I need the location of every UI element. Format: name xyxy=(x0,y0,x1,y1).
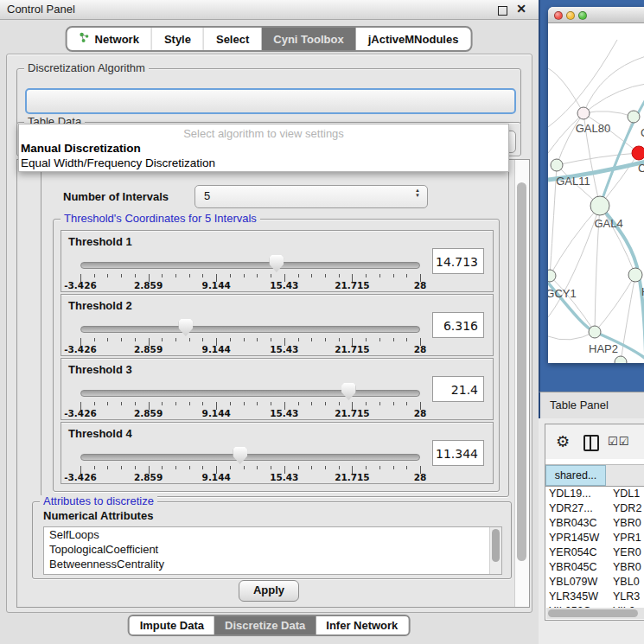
node-label: GAL11 xyxy=(556,175,590,188)
table-cell[interactable]: YER054C xyxy=(545,545,606,560)
table-row[interactable]: YBR045CYBR0 xyxy=(545,560,644,575)
network-node[interactable] xyxy=(632,146,644,160)
scrollbar-thumb[interactable] xyxy=(492,529,500,562)
algorithm-combobox[interactable] xyxy=(25,88,516,114)
column-header-shared[interactable]: shared... xyxy=(545,465,606,486)
tick-mark xyxy=(325,338,326,341)
network-node[interactable] xyxy=(548,270,556,282)
node-label: GAL80 xyxy=(576,122,610,135)
tick-mark xyxy=(379,466,380,469)
tick-mark xyxy=(121,338,122,341)
table-cell[interactable]: YDR2 xyxy=(606,501,644,516)
dropdown-option-manual[interactable]: Manual Discretization xyxy=(21,141,507,156)
threshold-slider[interactable]: -3.4262.8599.14415.4321.71528 xyxy=(80,252,420,290)
tick-mark xyxy=(244,402,245,405)
gear-icon[interactable]: ⚙ xyxy=(556,432,570,451)
scrollbar-thumb[interactable] xyxy=(548,609,638,617)
column-header-name[interactable]: n xyxy=(606,465,644,486)
tab-select[interactable]: Select xyxy=(203,28,261,50)
attribute-list-item[interactable]: TopologicalCoefficient xyxy=(44,542,501,557)
number-of-intervals-combobox[interactable]: 5 ▲▼ xyxy=(194,185,428,208)
slider-track[interactable] xyxy=(80,326,420,333)
tab-impute-data[interactable]: Impute Data xyxy=(130,616,214,634)
table-row[interactable]: YBR043CYBR0 xyxy=(545,516,644,531)
slider-thumb[interactable] xyxy=(341,383,356,400)
tab-style[interactable]: Style xyxy=(151,28,203,50)
slider-track[interactable] xyxy=(80,390,420,397)
list-scrollbar[interactable] xyxy=(489,527,501,574)
tab-jactivemnodules[interactable]: jActiveMNodules xyxy=(356,28,471,50)
network-node[interactable] xyxy=(589,326,601,338)
tick-mark xyxy=(175,402,176,405)
threshold-panel: Threshold 4 -3.4262.8599.14415.4321.7152… xyxy=(61,422,494,484)
tick-mark xyxy=(230,274,231,277)
float-window-icon[interactable] xyxy=(498,6,507,16)
table-cell[interactable]: YBR0 xyxy=(606,516,644,531)
network-node[interactable] xyxy=(551,159,563,171)
table-row[interactable]: YBL079WYBL0 xyxy=(545,575,644,590)
table-cell[interactable]: YER0 xyxy=(606,545,644,560)
minimize-traffic-light[interactable] xyxy=(566,11,575,20)
table-cell[interactable]: YDL19... xyxy=(545,487,606,501)
network-node[interactable] xyxy=(590,196,609,215)
tab-network[interactable]: Network xyxy=(67,28,151,50)
table-row[interactable]: YDL19...YDL1 xyxy=(545,487,644,501)
table-row[interactable]: YDR27...YDR2 xyxy=(545,501,644,516)
table-row[interactable]: YPR145WYPR1 xyxy=(545,531,644,545)
table-cell[interactable]: YDL1 xyxy=(606,487,644,501)
table-cell[interactable]: YBL0 xyxy=(606,575,644,590)
table-cell[interactable]: YBR0 xyxy=(606,560,644,575)
threshold-slider[interactable]: -3.4262.8599.14415.4321.71528 xyxy=(80,379,420,418)
slider-track[interactable] xyxy=(80,262,420,269)
table-cell[interactable]: YLR345W xyxy=(545,590,606,604)
checkbox-icons[interactable]: ☑☑ xyxy=(608,435,629,448)
close-traffic-light[interactable] xyxy=(554,11,563,20)
network-node[interactable] xyxy=(628,111,640,123)
tab-discretize-data[interactable]: Discretize Data xyxy=(214,616,316,634)
slider-thumb[interactable] xyxy=(233,447,247,464)
dropdown-option-equal-width[interactable]: Equal Width/Frequency Discretization xyxy=(21,156,507,170)
table-row[interactable]: YLR345WYLR3 xyxy=(545,590,644,604)
tick-mark xyxy=(393,466,394,469)
tab-infer-network[interactable]: Infer Network xyxy=(316,616,408,634)
interval-definition-group: Interval Definition Number of Intervals … xyxy=(41,169,509,497)
table-cell[interactable]: YBR045C xyxy=(545,560,606,575)
slider-thumb[interactable] xyxy=(269,255,284,272)
panel-scrollbar[interactable] xyxy=(514,160,529,607)
tick-label: 15.43 xyxy=(270,472,298,482)
threshold-value-field[interactable]: 6.316 xyxy=(432,312,484,338)
table-row[interactable]: YER054CYER0 xyxy=(545,545,644,560)
tab-label: Select xyxy=(216,33,249,46)
slider-thumb[interactable] xyxy=(178,319,193,336)
network-canvas[interactable]: GAL80GCGAL11GAL4GCY1HHAP2 xyxy=(548,23,644,363)
network-node[interactable] xyxy=(577,107,590,119)
tick-mark xyxy=(366,338,367,341)
threshold-slider[interactable]: -3.4262.8599.14415.4321.71528 xyxy=(80,443,420,481)
table-horizontal-scrollbar[interactable] xyxy=(546,608,644,619)
network-node[interactable] xyxy=(628,268,642,282)
attribute-list-item[interactable]: BetweennessCentrality xyxy=(44,557,501,571)
close-icon[interactable]: ✕ xyxy=(516,3,526,14)
zoom-traffic-light[interactable] xyxy=(578,11,587,20)
scrollbar-thumb[interactable] xyxy=(517,182,526,561)
threshold-value-field[interactable]: 14.713 xyxy=(432,248,484,274)
table-cell[interactable]: YPR145W xyxy=(545,531,606,545)
tick-mark xyxy=(366,466,367,469)
threshold-slider[interactable]: -3.4262.8599.14415.4321.71528 xyxy=(80,316,420,354)
network-node[interactable] xyxy=(615,356,627,363)
slider-track[interactable] xyxy=(80,454,420,461)
threshold-value-field[interactable]: 11.344 xyxy=(432,440,484,466)
tick-mark xyxy=(379,274,380,277)
attribute-list-item[interactable]: SelfLoops xyxy=(44,527,501,542)
table-cell[interactable]: YBL079W xyxy=(545,575,606,590)
tab-cyni-toolbox[interactable]: Cyni Toolbox xyxy=(261,28,355,50)
apply-button[interactable]: Apply xyxy=(239,580,299,602)
table-cell[interactable]: YPR1 xyxy=(606,531,644,545)
table-cell[interactable]: YDR27... xyxy=(545,501,606,516)
columns-icon[interactable] xyxy=(583,435,599,451)
numerical-attributes-list[interactable]: SelfLoopsTopologicalCoefficientBetweenne… xyxy=(43,526,502,575)
table-cell[interactable]: YLR3 xyxy=(606,590,644,604)
tick-mark xyxy=(298,338,299,341)
threshold-value-field[interactable]: 21.4 xyxy=(432,376,484,402)
table-cell[interactable]: YBR043C xyxy=(545,516,606,531)
